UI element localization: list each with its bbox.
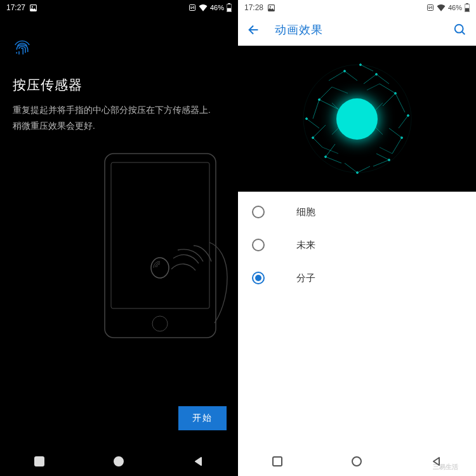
nav-home-icon[interactable] — [351, 456, 362, 467]
battery-percent: 46% — [448, 4, 462, 11]
svg-rect-7 — [111, 162, 209, 308]
status-bar-left: 17:27 46% — [0, 0, 238, 14]
navigation-bar — [0, 447, 238, 476]
svg-rect-32 — [273, 457, 282, 466]
watermark: 三易生活 — [433, 461, 472, 472]
svg-point-1 — [32, 6, 33, 7]
wifi-icon — [437, 4, 446, 11]
radio-icon — [252, 206, 265, 218]
svg-point-13 — [270, 6, 271, 7]
app-bar: 动画效果 — [238, 14, 476, 46]
status-time: 17:28 — [244, 3, 263, 12]
radio-icon — [252, 239, 265, 251]
nav-home-icon[interactable] — [113, 456, 124, 467]
status-bar-right: 17:28 46% — [238, 0, 476, 14]
radio-icon — [252, 272, 265, 284]
svg-rect-10 — [35, 457, 44, 466]
instruction-text: 重复提起并将手指的中心部分按压在下方传感器上. 稍微重压效果会更好. — [13, 103, 225, 135]
option-label: 未来 — [296, 239, 315, 251]
option-future[interactable]: 未来 — [238, 228, 476, 261]
svg-point-33 — [352, 457, 361, 466]
svg-point-11 — [114, 457, 123, 466]
svg-rect-5 — [227, 8, 231, 11]
battery-icon — [465, 3, 470, 12]
svg-rect-17 — [465, 8, 469, 11]
picture-icon — [29, 4, 37, 12]
svg-rect-16 — [466, 3, 468, 4]
animation-preview — [238, 46, 476, 192]
picture-icon — [267, 4, 275, 12]
app-bar-title: 动画效果 — [275, 22, 453, 37]
svg-text:三易生活: 三易生活 — [433, 463, 458, 470]
nfc-icon — [188, 4, 196, 11]
battery-icon — [227, 3, 232, 12]
start-button[interactable]: 开始 — [178, 406, 227, 430]
svg-rect-4 — [228, 3, 230, 4]
phone-illustration — [13, 135, 225, 447]
nav-back-icon[interactable] — [194, 456, 204, 466]
battery-percent: 46% — [210, 4, 224, 11]
search-icon[interactable] — [453, 23, 467, 37]
back-arrow-icon[interactable] — [247, 23, 261, 37]
nfc-icon — [426, 4, 434, 11]
svg-point-18 — [455, 25, 463, 33]
page-title: 按压传感器 — [13, 76, 225, 94]
nav-recent-icon[interactable] — [34, 456, 44, 466]
nav-recent-icon[interactable] — [272, 456, 282, 466]
svg-point-8 — [152, 316, 168, 331]
option-cell[interactable]: 细胞 — [238, 195, 476, 228]
option-molecule[interactable]: 分子 — [238, 261, 476, 294]
molecule-core-icon — [336, 98, 378, 140]
svg-rect-6 — [105, 154, 216, 338]
options-list: 细胞 未来 分子 — [238, 192, 476, 447]
option-label: 细胞 — [296, 206, 315, 218]
option-label: 分子 — [296, 272, 315, 284]
wifi-icon — [199, 4, 208, 11]
status-time: 17:27 — [6, 3, 25, 12]
fingerprint-icon — [13, 39, 32, 58]
